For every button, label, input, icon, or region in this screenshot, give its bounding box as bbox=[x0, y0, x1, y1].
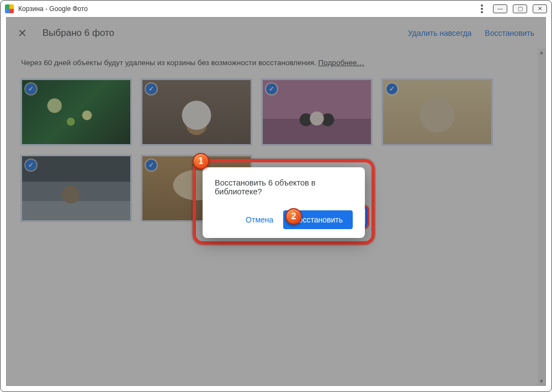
minimize-button[interactable]: — bbox=[493, 4, 507, 13]
annotation-badge-1: 1 bbox=[193, 153, 209, 169]
maximize-button[interactable]: ▢ bbox=[513, 4, 527, 13]
window-title: Корзина - Google Фото bbox=[18, 5, 88, 13]
close-window-button[interactable]: ✕ bbox=[533, 4, 547, 13]
annotation-badge-2: 2 bbox=[285, 208, 302, 225]
google-photos-logo-icon bbox=[5, 4, 14, 13]
cancel-button[interactable]: Отмена bbox=[240, 211, 279, 229]
dialog-actions: Отмена Восстановить bbox=[215, 210, 353, 229]
restore-confirmation-dialog: Восстановить 6 объектов в библиотеке? От… bbox=[203, 167, 365, 238]
window-frame: Корзина - Google Фото — ▢ ✕ ✕ Выбрано 6 … bbox=[0, 0, 552, 392]
kebab-menu-icon[interactable] bbox=[481, 4, 483, 13]
window-controls: — ▢ ✕ bbox=[493, 4, 547, 13]
dialog-message: Восстановить 6 объектов в библиотеке? bbox=[215, 178, 353, 196]
window-titlebar: Корзина - Google Фото — ▢ ✕ bbox=[1, 1, 551, 17]
